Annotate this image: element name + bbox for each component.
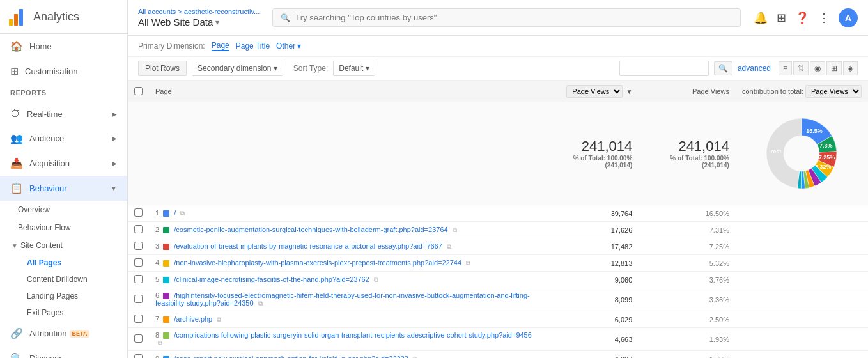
page-cell: 5. /clinical-image-necrotising-fasciitis… xyxy=(149,272,543,288)
sidebar-item-acquisition[interactable]: 📥 Acquisition ▶ xyxy=(0,151,127,176)
row-checkbox[interactable] xyxy=(134,258,143,267)
acquisition-expand-icon: ▶ xyxy=(112,160,117,167)
comparison-view-button[interactable]: ⇅ xyxy=(793,61,809,75)
sidebar-sub-behaviour-flow[interactable]: Behaviour Flow xyxy=(0,219,127,237)
plot-rows-button[interactable]: Plot Rows xyxy=(138,61,187,76)
page-link[interactable]: /cosmetic-penile-augmentation-surgical-t… xyxy=(174,226,447,233)
sidebar-item-home[interactable]: 🏠 Home xyxy=(0,34,127,59)
page-link[interactable]: /archive.php xyxy=(174,315,212,323)
pivot-view-button[interactable]: ⊞ xyxy=(826,61,842,75)
row-checkbox[interactable] xyxy=(134,225,143,233)
row-number: 2. xyxy=(155,226,161,233)
page-link[interactable]: /evaluation-of-breast-implants-by-magnet… xyxy=(174,242,442,250)
help-icon[interactable]: ❓ xyxy=(795,11,809,25)
dim-other-link[interactable]: Other ▾ xyxy=(276,42,301,51)
row-checkbox[interactable] xyxy=(134,208,143,217)
copy-icon[interactable]: ⧉ xyxy=(466,260,470,267)
view-icons: ≡ ⇅ ◉ ⊞ ◈ xyxy=(779,61,858,75)
sidebar-item-audience[interactable]: 👥 Audience ▶ xyxy=(0,126,127,151)
page-cell: 3. /evaluation-of-breast-implants-by-mag… xyxy=(149,238,543,255)
sidebar-item-discover[interactable]: 🔍 Discover xyxy=(0,346,127,358)
page-link[interactable]: /complications-following-plastic-surgery… xyxy=(174,331,532,339)
copy-icon[interactable]: ⧉ xyxy=(258,300,263,307)
page-link[interactable]: /clinical-image-necrotising-fasciitis-of… xyxy=(174,276,369,283)
more-icon[interactable]: ⋮ xyxy=(818,11,830,25)
contribution-bar-cell xyxy=(736,255,868,272)
sidebar-item-behaviour[interactable]: 📋 Behaviour ▼ xyxy=(0,176,127,201)
copy-icon[interactable]: ⧉ xyxy=(453,226,457,233)
exit-pages-label: Exit Pages xyxy=(27,308,63,317)
realtime-label: Real-time xyxy=(27,109,63,119)
copy-icon[interactable]: ⧉ xyxy=(374,276,378,283)
page-views-cell: 8,099 xyxy=(543,288,639,311)
sidebar-header: Analytics xyxy=(0,0,127,34)
row-color-dot xyxy=(163,293,169,299)
pie-chart-container: 16.5%7.3%7.25%5.32%rest xyxy=(742,105,862,201)
summary-total-value: 241,014 xyxy=(549,138,632,155)
row-checkbox-cell xyxy=(128,272,149,288)
pie-label: rest xyxy=(771,148,782,155)
secondary-dimension-button[interactable]: Secondary dimension ▾ xyxy=(192,61,283,76)
page-pct-cell: 5.32% xyxy=(639,255,736,272)
row-checkbox[interactable] xyxy=(134,354,143,358)
copy-icon[interactable]: ⧉ xyxy=(158,339,162,346)
sidebar-sub-sub-landing-pages[interactable]: Landing Pages xyxy=(0,288,127,304)
search-bar[interactable]: 🔍 xyxy=(272,8,741,27)
page-link[interactable]: / xyxy=(174,209,176,217)
acquisition-label: Acquisition xyxy=(29,159,70,168)
row-checkbox[interactable] xyxy=(134,334,143,343)
lifetime-view-button[interactable]: ◈ xyxy=(843,61,858,75)
row-checkbox[interactable] xyxy=(134,315,143,323)
select-all-checkbox[interactable] xyxy=(134,87,143,95)
audience-expand-icon: ▶ xyxy=(112,135,117,142)
page-link[interactable]: /highintensity-focused-electromagnetic-h… xyxy=(155,292,530,307)
copy-icon[interactable]: ⧉ xyxy=(413,355,417,358)
contribution-metric-dropdown[interactable]: Page Views xyxy=(805,85,862,98)
dim-page-link[interactable]: Page xyxy=(212,41,229,51)
sidebar-sub-sub-all-pages[interactable]: All Pages xyxy=(0,254,127,271)
customisation-icon: ⊞ xyxy=(10,65,19,77)
table-row: 6. /highintensity-focused-electromagneti… xyxy=(128,288,868,311)
table-container: Page Page Views ▼ Page Views contributio… xyxy=(128,81,868,358)
table-search-input[interactable] xyxy=(619,61,709,76)
row-checkbox[interactable] xyxy=(134,242,143,250)
sidebar-item-attribution[interactable]: 🔗 Attribution BETA xyxy=(0,321,127,346)
row-checkbox-cell xyxy=(128,328,149,351)
site-selector[interactable]: All Web Site Data ▾ xyxy=(138,17,260,27)
row-checkbox[interactable] xyxy=(134,295,143,303)
data-view-button[interactable]: ≡ xyxy=(779,61,792,75)
copy-icon[interactable]: ⧉ xyxy=(217,316,221,323)
row-color-dot xyxy=(163,277,169,283)
apps-icon[interactable]: ⊞ xyxy=(777,11,786,25)
contribution-bar-cell xyxy=(736,288,868,311)
sidebar-item-customisation[interactable]: ⊞ Customisation xyxy=(0,59,127,84)
sidebar-sub-sub-content-drilldown[interactable]: Content Drilldown xyxy=(0,271,127,288)
sort-default-button[interactable]: Default ▾ xyxy=(333,61,375,76)
copy-icon[interactable]: ⧉ xyxy=(180,210,185,217)
pie-view-button[interactable]: ◉ xyxy=(810,61,825,75)
page-views-cell: 9,060 xyxy=(543,272,639,288)
row-color-dot xyxy=(163,332,169,339)
search-table-button[interactable]: 🔍 xyxy=(714,61,732,75)
svg-rect-2 xyxy=(19,9,23,26)
page-link[interactable]: /case-report-new-surgical-approach-optio… xyxy=(174,355,408,358)
copy-icon[interactable]: ⧉ xyxy=(447,243,451,250)
row-checkbox-cell xyxy=(128,351,149,358)
row-checkbox-cell xyxy=(128,222,149,238)
page-views-cell: 4,287 xyxy=(543,351,639,358)
dim-page-title-link[interactable]: Page Title xyxy=(236,42,270,51)
all-pages-label: All Pages xyxy=(27,258,61,267)
sidebar-sub-site-content[interactable]: ▼ Site Content xyxy=(0,237,127,254)
primary-dim-label: Primary Dimension: xyxy=(138,42,205,51)
sidebar-sub-sub-exit-pages[interactable]: Exit Pages xyxy=(0,304,127,321)
avatar[interactable]: A xyxy=(839,8,858,27)
notification-icon[interactable]: 🔔 xyxy=(754,11,768,25)
page-link[interactable]: /non-invasive-blepharoplasty-with-plasma… xyxy=(174,259,461,267)
sidebar-sub-overview[interactable]: Overview xyxy=(0,201,127,219)
row-checkbox[interactable] xyxy=(134,275,143,283)
page-views-dropdown[interactable]: Page Views xyxy=(566,85,623,98)
topbar: All accounts > aesthetic-reconstructiv..… xyxy=(128,0,868,36)
sidebar-item-realtime[interactable]: ⏱ Real-time ▶ xyxy=(0,102,127,126)
advanced-link[interactable]: advanced xyxy=(738,64,771,73)
search-input[interactable] xyxy=(295,13,732,22)
